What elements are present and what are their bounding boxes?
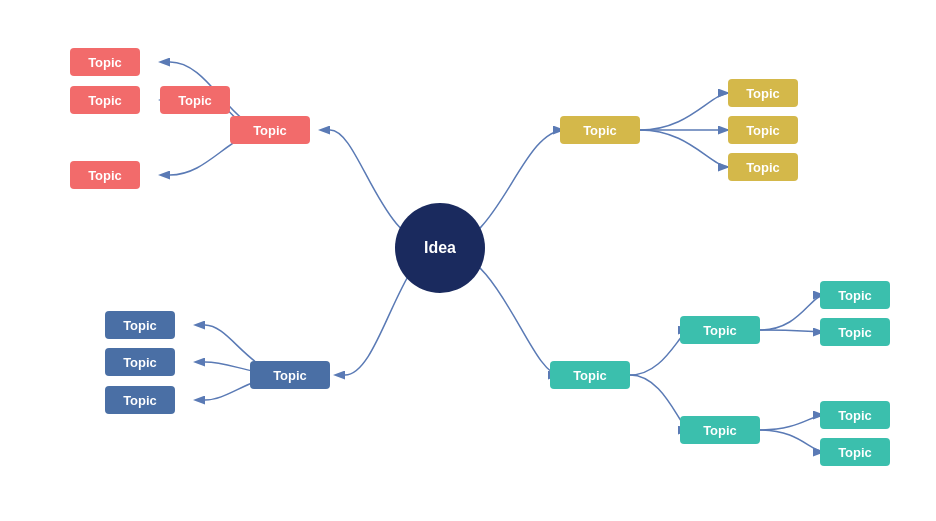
topic-label: Topic — [838, 408, 872, 423]
bottom-right-child-1[interactable]: Topic — [820, 281, 890, 309]
topic-label: Topic — [838, 445, 872, 460]
center-idea-label: Idea — [424, 239, 456, 257]
bottom-left-child-2[interactable]: Topic — [105, 348, 175, 376]
top-right-child-1[interactable]: Topic — [728, 79, 798, 107]
bottom-left-child-1[interactable]: Topic — [105, 311, 175, 339]
topic-label: Topic — [88, 55, 122, 70]
top-left-mid-node[interactable]: Topic — [230, 116, 310, 144]
top-right-mid-node[interactable]: Topic — [560, 116, 640, 144]
topic-label: Topic — [838, 325, 872, 340]
topic-label: Topic — [253, 123, 287, 138]
bottom-right-sub-top[interactable]: Topic — [680, 316, 760, 344]
topic-label: Topic — [573, 368, 607, 383]
bottom-right-child-3[interactable]: Topic — [820, 401, 890, 429]
bottom-right-child-4[interactable]: Topic — [820, 438, 890, 466]
topic-label: Topic — [703, 423, 737, 438]
topic-label: Topic — [703, 323, 737, 338]
topic-label: Topic — [123, 318, 157, 333]
top-right-child-2[interactable]: Topic — [728, 116, 798, 144]
top-left-child-3[interactable]: Topic — [160, 86, 230, 114]
topic-label: Topic — [838, 288, 872, 303]
topic-label: Topic — [746, 86, 780, 101]
center-idea-node[interactable]: Idea — [395, 203, 485, 293]
topic-label: Topic — [88, 93, 122, 108]
top-left-child-2[interactable]: Topic — [70, 86, 140, 114]
top-left-child-1[interactable]: Topic — [70, 48, 140, 76]
topic-label: Topic — [123, 355, 157, 370]
topic-label: Topic — [123, 393, 157, 408]
bottom-right-sub-bottom[interactable]: Topic — [680, 416, 760, 444]
bottom-left-mid-node[interactable]: Topic — [250, 361, 330, 389]
top-left-child-4[interactable]: Topic — [70, 161, 140, 189]
topic-label: Topic — [178, 93, 212, 108]
bottom-right-mid-node[interactable]: Topic — [550, 361, 630, 389]
bottom-right-child-2[interactable]: Topic — [820, 318, 890, 346]
top-right-child-3[interactable]: Topic — [728, 153, 798, 181]
topic-label: Topic — [746, 160, 780, 175]
topic-label: Topic — [583, 123, 617, 138]
bottom-left-child-3[interactable]: Topic — [105, 386, 175, 414]
topic-label: Topic — [273, 368, 307, 383]
topic-label: Topic — [746, 123, 780, 138]
topic-label: Topic — [88, 168, 122, 183]
